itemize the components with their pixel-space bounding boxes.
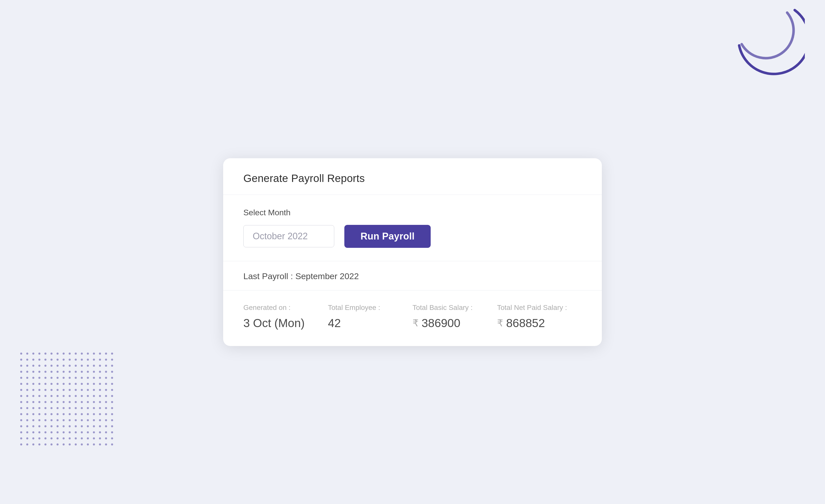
stat-item-3: Total Net Paid Salary :₹868852 — [497, 304, 582, 330]
circle-decoration — [734, 5, 805, 76]
stat-value-text-0: 3 Oct (Mon) — [243, 316, 305, 330]
stat-value-3: ₹868852 — [497, 316, 582, 330]
stat-value-text-2: 386900 — [422, 316, 460, 330]
stat-label-2: Total Basic Salary : — [412, 304, 497, 312]
stat-label-0: Generated on : — [243, 304, 328, 312]
rupee-icon-2: ₹ — [412, 318, 419, 329]
last-payroll-label: Last Payroll : September 2022 — [243, 271, 582, 290]
stat-value-text-1: 42 — [328, 316, 341, 330]
rupee-icon-3: ₹ — [497, 318, 503, 329]
main-card: Generate Payroll Reports Select Month Ru… — [223, 158, 602, 346]
select-month-section: Select Month Run Payroll — [223, 195, 602, 261]
dots-decoration: (function() { const grid = document.quer… — [20, 353, 116, 448]
run-payroll-button[interactable]: Run Payroll — [344, 225, 431, 248]
stat-label-3: Total Net Paid Salary : — [497, 304, 582, 312]
stat-item-1: Total Employee :42 — [328, 304, 412, 330]
select-month-label: Select Month — [243, 208, 582, 217]
stat-value-text-3: 868852 — [506, 316, 545, 330]
stat-value-2: ₹386900 — [412, 316, 497, 330]
card-header: Generate Payroll Reports — [223, 158, 602, 195]
stat-value-0: 3 Oct (Mon) — [243, 316, 328, 330]
card-title: Generate Payroll Reports — [243, 172, 582, 184]
stats-section: Generated on :3 Oct (Mon)Total Employee … — [223, 290, 602, 346]
month-input[interactable] — [243, 225, 334, 247]
stat-value-1: 42 — [328, 316, 412, 330]
stat-item-2: Total Basic Salary :₹386900 — [412, 304, 497, 330]
stat-item-0: Generated on :3 Oct (Mon) — [243, 304, 328, 330]
controls-row: Run Payroll — [243, 225, 582, 248]
last-payroll-section: Last Payroll : September 2022 — [223, 261, 602, 290]
stat-label-1: Total Employee : — [328, 304, 412, 312]
